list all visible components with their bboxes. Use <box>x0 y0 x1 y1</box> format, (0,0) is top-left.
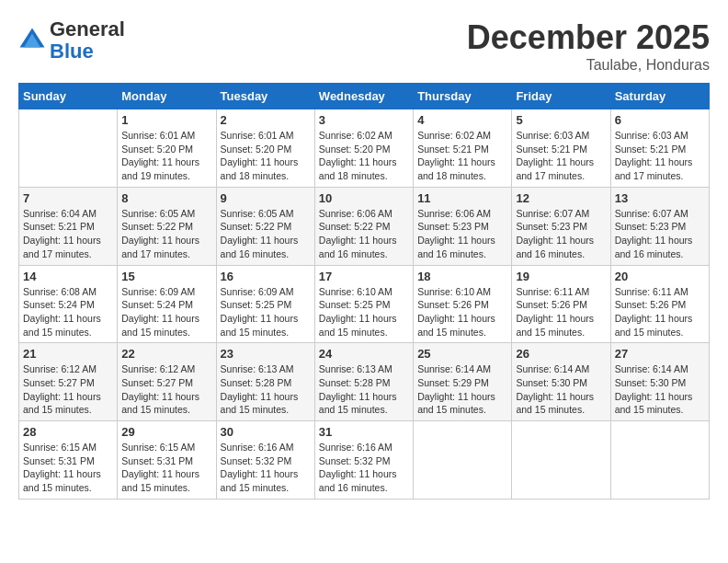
day-number: 18 <box>417 270 507 283</box>
day-number: 29 <box>121 425 211 439</box>
calendar-cell: 11Sunrise: 6:06 AMSunset: 5:23 PMDayligh… <box>414 187 512 265</box>
day-info: Sunrise: 6:14 AMSunset: 5:30 PMDaylight:… <box>615 362 705 417</box>
day-info: Sunrise: 6:16 AMSunset: 5:32 PMDaylight:… <box>319 441 409 495</box>
day-info: Sunrise: 6:09 AMSunset: 5:25 PMDaylight:… <box>221 285 311 339</box>
weekday-wednesday: Wednesday <box>314 84 413 109</box>
calendar-cell: 21Sunrise: 6:12 AMSunset: 5:27 PMDayligh… <box>19 343 118 421</box>
day-info: Sunrise: 6:09 AMSunset: 5:24 PMDaylight:… <box>121 285 211 339</box>
day-number: 28 <box>23 425 113 439</box>
day-info: Sunrise: 6:10 AMSunset: 5:26 PMDaylight:… <box>417 285 507 339</box>
day-info: Sunrise: 6:11 AMSunset: 5:26 PMDaylight:… <box>615 285 705 339</box>
weekday-friday: Friday <box>512 84 610 109</box>
week-row-3: 14Sunrise: 6:08 AMSunset: 5:24 PMDayligh… <box>19 265 710 343</box>
day-number: 6 <box>615 113 705 127</box>
calendar-cell: 26Sunrise: 6:14 AMSunset: 5:30 PMDayligh… <box>512 343 610 421</box>
page-header: General Blue December 2025 Taulabe, Hond… <box>18 18 710 74</box>
logo-general: General <box>50 17 125 40</box>
calendar-cell: 3Sunrise: 6:02 AMSunset: 5:20 PMDaylight… <box>314 109 413 188</box>
week-row-2: 7Sunrise: 6:04 AMSunset: 5:21 PMDaylight… <box>19 187 710 265</box>
weekday-tuesday: Tuesday <box>216 84 314 109</box>
day-info: Sunrise: 6:03 AMSunset: 5:21 PMDaylight:… <box>615 129 705 183</box>
calendar-cell: 7Sunrise: 6:04 AMSunset: 5:21 PMDaylight… <box>19 187 118 265</box>
calendar-cell <box>610 421 709 500</box>
calendar-cell: 6Sunrise: 6:03 AMSunset: 5:21 PMDaylight… <box>610 109 709 188</box>
day-info: Sunrise: 6:06 AMSunset: 5:23 PMDaylight:… <box>417 207 507 261</box>
day-number: 10 <box>319 191 409 205</box>
day-number: 31 <box>319 425 409 439</box>
calendar-cell: 29Sunrise: 6:15 AMSunset: 5:31 PMDayligh… <box>118 421 216 500</box>
week-row-5: 28Sunrise: 6:15 AMSunset: 5:31 PMDayligh… <box>19 421 710 500</box>
calendar-cell: 12Sunrise: 6:07 AMSunset: 5:23 PMDayligh… <box>512 187 610 265</box>
day-info: Sunrise: 6:14 AMSunset: 5:29 PMDaylight:… <box>417 362 507 417</box>
calendar-cell: 27Sunrise: 6:14 AMSunset: 5:30 PMDayligh… <box>610 343 709 421</box>
day-number: 19 <box>516 270 606 283</box>
day-number: 1 <box>121 113 211 127</box>
weekday-monday: Monday <box>118 84 216 109</box>
day-number: 24 <box>319 347 409 361</box>
day-number: 9 <box>221 191 311 205</box>
calendar-cell: 1Sunrise: 6:01 AMSunset: 5:20 PMDaylight… <box>118 109 216 188</box>
day-info: Sunrise: 6:01 AMSunset: 5:20 PMDaylight:… <box>221 129 311 183</box>
calendar-cell: 28Sunrise: 6:15 AMSunset: 5:31 PMDayligh… <box>19 421 118 500</box>
day-number: 7 <box>23 191 113 205</box>
weekday-saturday: Saturday <box>610 84 709 109</box>
day-info: Sunrise: 6:07 AMSunset: 5:23 PMDaylight:… <box>615 207 705 261</box>
month-title: December 2025 <box>467 18 710 57</box>
calendar-cell: 31Sunrise: 6:16 AMSunset: 5:32 PMDayligh… <box>314 421 413 500</box>
day-number: 23 <box>221 347 311 361</box>
calendar-cell: 19Sunrise: 6:11 AMSunset: 5:26 PMDayligh… <box>512 265 610 343</box>
calendar-table: SundayMondayTuesdayWednesdayThursdayFrid… <box>18 83 710 500</box>
day-info: Sunrise: 6:05 AMSunset: 5:22 PMDaylight:… <box>121 207 211 261</box>
day-info: Sunrise: 6:08 AMSunset: 5:24 PMDaylight:… <box>23 285 113 339</box>
day-number: 13 <box>615 191 705 205</box>
calendar-cell: 9Sunrise: 6:05 AMSunset: 5:22 PMDaylight… <box>216 187 314 265</box>
calendar-cell: 14Sunrise: 6:08 AMSunset: 5:24 PMDayligh… <box>19 265 118 343</box>
location: Taulabe, Honduras <box>467 57 710 74</box>
calendar-cell: 30Sunrise: 6:16 AMSunset: 5:32 PMDayligh… <box>216 421 314 500</box>
day-info: Sunrise: 6:14 AMSunset: 5:30 PMDaylight:… <box>516 362 606 417</box>
day-info: Sunrise: 6:02 AMSunset: 5:21 PMDaylight:… <box>417 129 507 183</box>
day-number: 25 <box>417 347 507 361</box>
title-block: December 2025 Taulabe, Honduras <box>467 18 710 74</box>
calendar-cell: 23Sunrise: 6:13 AMSunset: 5:28 PMDayligh… <box>216 343 314 421</box>
day-info: Sunrise: 6:15 AMSunset: 5:31 PMDaylight:… <box>23 441 113 495</box>
day-info: Sunrise: 6:12 AMSunset: 5:27 PMDaylight:… <box>23 362 113 417</box>
calendar-cell: 5Sunrise: 6:03 AMSunset: 5:21 PMDaylight… <box>512 109 610 188</box>
calendar-cell: 4Sunrise: 6:02 AMSunset: 5:21 PMDaylight… <box>414 109 512 188</box>
day-number: 15 <box>121 270 211 283</box>
calendar-cell <box>19 109 118 188</box>
logo-icon <box>18 27 46 54</box>
day-number: 30 <box>221 425 311 439</box>
logo-blue: Blue <box>50 40 94 63</box>
weekday-sunday: Sunday <box>19 84 118 109</box>
day-number: 22 <box>121 347 211 361</box>
calendar-cell: 25Sunrise: 6:14 AMSunset: 5:29 PMDayligh… <box>414 343 512 421</box>
day-info: Sunrise: 6:12 AMSunset: 5:27 PMDaylight:… <box>121 362 211 417</box>
day-info: Sunrise: 6:06 AMSunset: 5:22 PMDaylight:… <box>319 207 409 261</box>
day-info: Sunrise: 6:02 AMSunset: 5:20 PMDaylight:… <box>319 129 409 183</box>
calendar-cell: 24Sunrise: 6:13 AMSunset: 5:28 PMDayligh… <box>314 343 413 421</box>
day-number: 2 <box>221 113 311 127</box>
day-info: Sunrise: 6:03 AMSunset: 5:21 PMDaylight:… <box>516 129 606 183</box>
calendar-cell: 8Sunrise: 6:05 AMSunset: 5:22 PMDaylight… <box>118 187 216 265</box>
day-number: 3 <box>319 113 409 127</box>
calendar-cell: 10Sunrise: 6:06 AMSunset: 5:22 PMDayligh… <box>314 187 413 265</box>
day-number: 14 <box>23 270 113 283</box>
day-info: Sunrise: 6:01 AMSunset: 5:20 PMDaylight:… <box>121 129 211 183</box>
calendar-cell: 17Sunrise: 6:10 AMSunset: 5:25 PMDayligh… <box>314 265 413 343</box>
calendar-cell: 15Sunrise: 6:09 AMSunset: 5:24 PMDayligh… <box>118 265 216 343</box>
calendar-cell: 16Sunrise: 6:09 AMSunset: 5:25 PMDayligh… <box>216 265 314 343</box>
calendar-cell: 18Sunrise: 6:10 AMSunset: 5:26 PMDayligh… <box>414 265 512 343</box>
calendar-cell <box>512 421 610 500</box>
day-info: Sunrise: 6:07 AMSunset: 5:23 PMDaylight:… <box>516 207 606 261</box>
calendar-cell: 2Sunrise: 6:01 AMSunset: 5:20 PMDaylight… <box>216 109 314 188</box>
day-info: Sunrise: 6:04 AMSunset: 5:21 PMDaylight:… <box>23 207 113 261</box>
day-number: 11 <box>417 191 507 205</box>
day-number: 17 <box>319 270 409 283</box>
day-number: 26 <box>516 347 606 361</box>
day-number: 16 <box>221 270 311 283</box>
day-info: Sunrise: 6:13 AMSunset: 5:28 PMDaylight:… <box>319 362 409 417</box>
week-row-1: 1Sunrise: 6:01 AMSunset: 5:20 PMDaylight… <box>19 109 710 188</box>
calendar-cell: 22Sunrise: 6:12 AMSunset: 5:27 PMDayligh… <box>118 343 216 421</box>
day-number: 12 <box>516 191 606 205</box>
